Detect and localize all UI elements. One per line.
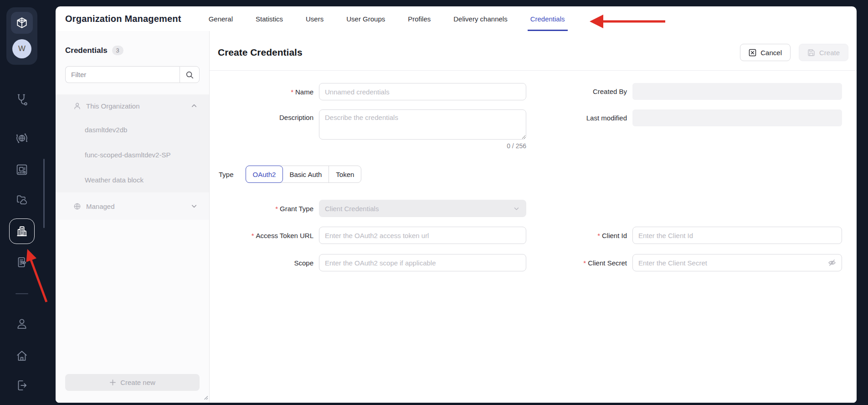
- user-icon[interactable]: [13, 315, 31, 333]
- client-secret-input[interactable]: [632, 254, 842, 271]
- user-avatar[interactable]: W: [12, 39, 31, 58]
- access-token-url-input[interactable]: [319, 227, 526, 244]
- create-button[interactable]: Create: [799, 44, 848, 61]
- toolbar-divider: [210, 70, 857, 71]
- chevron-down-icon[interactable]: [190, 202, 198, 210]
- form-title: Create Credentials: [218, 44, 303, 61]
- char-counter: 0 / 256: [210, 142, 526, 150]
- app-header: Organization Management General Statisti…: [56, 6, 857, 31]
- type-option-token[interactable]: Token: [329, 166, 361, 182]
- scope-label: Scope: [210, 259, 319, 267]
- tab-statistics[interactable]: Statistics: [256, 6, 283, 31]
- search-button[interactable]: [180, 66, 200, 83]
- tab-profiles[interactable]: Profiles: [408, 6, 431, 31]
- globe-icon: [73, 202, 82, 211]
- client-id-input[interactable]: [632, 227, 842, 244]
- document-eye-icon[interactable]: [13, 253, 31, 271]
- tab-users[interactable]: Users: [306, 6, 324, 31]
- save-icon: [807, 49, 815, 57]
- tab-general[interactable]: General: [209, 6, 233, 31]
- type-segmented-control: OAuth2 Basic Auth Token: [246, 166, 362, 183]
- rail-divider: [15, 293, 28, 294]
- credential-item-weather-data-block[interactable]: Weather data block: [56, 167, 209, 192]
- search-icon: [185, 70, 194, 79]
- cancel-button[interactable]: Cancel: [740, 44, 791, 61]
- chevron-down-icon: [513, 205, 520, 213]
- required-mark: *: [583, 259, 586, 267]
- last-modified-label: Last modified: [529, 114, 632, 122]
- home-icon[interactable]: [13, 347, 31, 365]
- rail-scrollbar[interactable]: [43, 159, 45, 228]
- type-label: Type: [219, 171, 234, 178]
- type-option-basic-auth[interactable]: Basic Auth: [282, 166, 329, 182]
- client-secret-label: *Client Secret: [529, 259, 632, 267]
- cancel-x-icon: [749, 49, 756, 57]
- grant-type-select: Client Credentials: [319, 200, 526, 217]
- page-title: Organization Management: [65, 14, 181, 24]
- logout-icon[interactable]: [13, 376, 31, 395]
- organization-building-icon[interactable]: [9, 218, 35, 244]
- tab-bar: General Statistics Users User Groups Pro…: [209, 6, 565, 31]
- sidebar-resize-handle[interactable]: [202, 394, 208, 402]
- name-label: *Name: [210, 88, 319, 96]
- app-window: Organization Management General Statisti…: [56, 6, 857, 403]
- credentials-tree: This Organization dasmltdev2db func-scop…: [56, 94, 209, 220]
- created-by-field: [632, 83, 842, 100]
- filter-input[interactable]: [65, 66, 180, 83]
- tab-credentials[interactable]: Credentials: [530, 6, 565, 31]
- required-mark: *: [291, 88, 293, 96]
- logo-avatar-group: W: [6, 7, 37, 65]
- scope-input[interactable]: [319, 254, 526, 271]
- cancel-label: Cancel: [760, 49, 782, 57]
- app-rail: W: [0, 0, 56, 405]
- person-icon: [73, 102, 82, 110]
- sidebar-title: Credentials: [65, 46, 108, 55]
- chevron-up-icon[interactable]: [190, 102, 198, 110]
- create-new-label: Create new: [120, 379, 155, 386]
- tree-group-this-organization[interactable]: This Organization: [56, 94, 209, 117]
- description-textarea[interactable]: [319, 109, 526, 140]
- access-token-url-label: *Access Token URL: [210, 232, 319, 239]
- cloud-folder-icon[interactable]: [13, 191, 31, 209]
- tree-group-managed[interactable]: Managed: [56, 192, 209, 220]
- type-option-oauth2[interactable]: OAuth2: [246, 166, 283, 183]
- credential-item-dasmltdev2db[interactable]: dasmltdev2db: [56, 117, 209, 142]
- created-by-label: Created By: [529, 88, 632, 95]
- app-logo-button[interactable]: [11, 12, 33, 34]
- name-input[interactable]: [319, 83, 526, 100]
- credential-item-func-scoped[interactable]: func-scoped-dasmltdev2-SP: [56, 142, 209, 167]
- cube-logo-icon: [15, 16, 28, 29]
- credentials-sidebar: Credentials 3: [56, 31, 210, 403]
- create-label: Create: [819, 49, 840, 57]
- required-mark: *: [597, 232, 600, 239]
- tab-user-groups[interactable]: User Groups: [346, 6, 385, 31]
- tab-delivery-channels[interactable]: Delivery channels: [453, 6, 507, 31]
- required-mark: *: [252, 232, 254, 239]
- network-globe-icon[interactable]: [13, 129, 31, 147]
- description-label: Description: [210, 109, 319, 121]
- filter-group: [65, 66, 200, 83]
- credentials-count-badge: 3: [112, 46, 123, 55]
- create-new-button[interactable]: Create new: [65, 374, 200, 391]
- avatar-initial: W: [18, 44, 26, 53]
- tree-group-label: Managed: [86, 202, 115, 210]
- client-id-label: *Client Id: [529, 232, 632, 239]
- grant-type-value: Client Credentials: [325, 205, 379, 213]
- plus-icon: [109, 379, 116, 386]
- eye-off-icon[interactable]: [827, 258, 837, 267]
- create-credentials-pane: Create Credentials Cancel: [210, 31, 857, 403]
- tree-group-label: This Organization: [86, 102, 140, 110]
- last-modified-field: [632, 109, 842, 126]
- stethoscope-icon[interactable]: [13, 90, 31, 109]
- chip-icon[interactable]: [13, 161, 31, 179]
- required-mark: *: [275, 205, 278, 213]
- grant-type-label: *Grant Type: [210, 205, 319, 213]
